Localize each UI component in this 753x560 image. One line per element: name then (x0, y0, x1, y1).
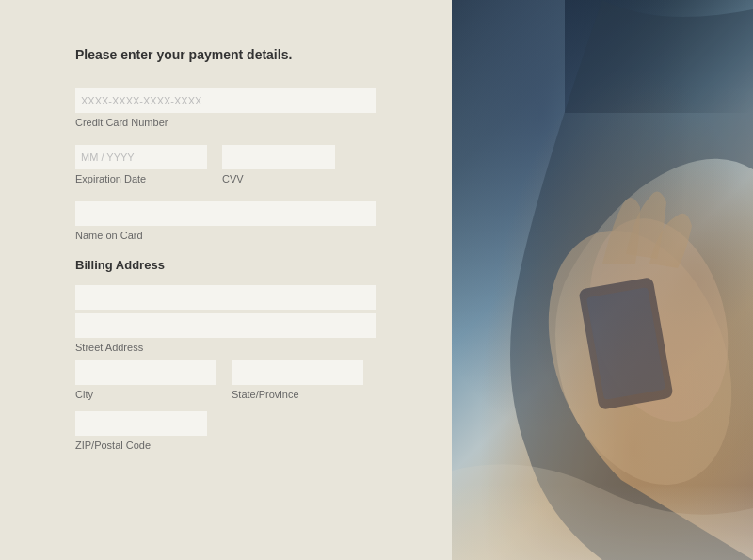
state-input[interactable] (232, 360, 363, 385)
expiration-label: Expiration Date (75, 173, 207, 184)
name-on-card-input[interactable] (75, 201, 376, 226)
credit-card-group: Credit Card Number (75, 88, 376, 128)
street-address-input[interactable] (75, 285, 376, 310)
form-heading: Please enter your payment details. (75, 47, 376, 62)
zip-label: ZIP/Postal Code (75, 440, 376, 451)
name-on-card-group: Name on Card (75, 201, 376, 241)
zip-group: ZIP/Postal Code (75, 411, 376, 451)
credit-card-label: Credit Card Number (75, 117, 376, 128)
photo-panel (452, 0, 753, 560)
photo-background (452, 0, 753, 560)
city-state-row (75, 360, 376, 385)
expiration-cvv-row (75, 145, 376, 169)
cvv-label: CVV (222, 173, 335, 184)
zip-input[interactable] (75, 411, 207, 436)
state-col (232, 360, 363, 385)
expiration-cvv-labels: Expiration Date CVV (75, 173, 376, 184)
billing-address-title: Billing Address (75, 258, 376, 272)
cvv-input[interactable] (222, 145, 335, 169)
street-address-2-input[interactable] (75, 313, 376, 338)
hand-illustration (452, 0, 753, 560)
city-label: City (75, 389, 216, 400)
street-address-label: Street Address (75, 342, 376, 353)
street-address-group: Street Address (75, 285, 376, 353)
form-panel: Please enter your payment details. Credi… (0, 0, 452, 560)
cvv-col (222, 145, 335, 169)
city-state-labels: City State/Province (75, 389, 376, 400)
city-input[interactable] (75, 360, 216, 385)
expiration-col (75, 145, 207, 169)
credit-card-input[interactable] (75, 88, 376, 113)
expiration-input[interactable] (75, 145, 207, 169)
city-col (75, 360, 216, 385)
name-on-card-label: Name on Card (75, 230, 376, 241)
state-label: State/Province (232, 389, 363, 400)
